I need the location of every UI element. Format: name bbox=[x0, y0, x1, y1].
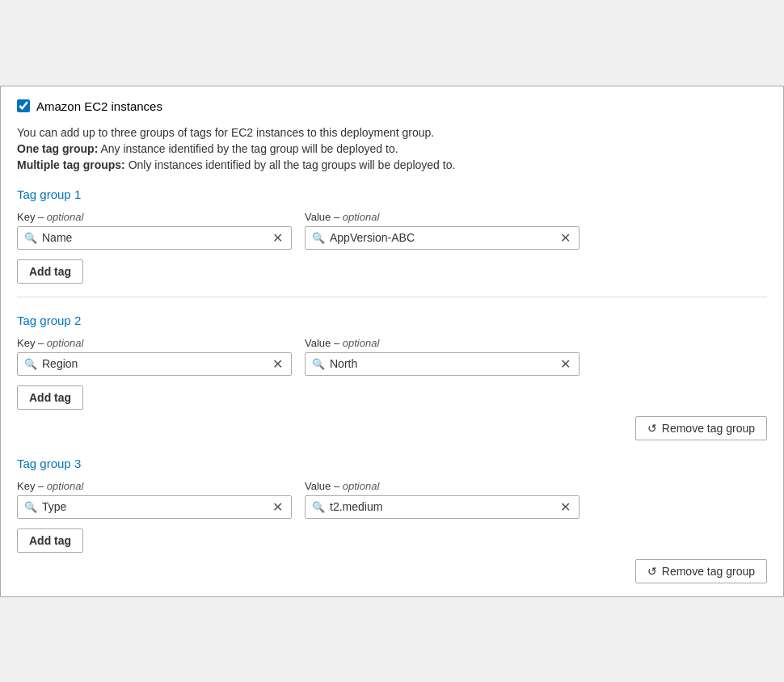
tag-group-2-title: Tag group 2 bbox=[17, 314, 767, 327]
tag-group-2-undo-icon: ↺ bbox=[647, 422, 657, 435]
tag-group-1-key-field: Key – optional 🔍 ✕ bbox=[17, 211, 292, 250]
tag-group-2-key-field: Key – optional 🔍 ✕ bbox=[17, 337, 292, 376]
description-line2-label: One tag group: bbox=[17, 142, 98, 155]
tag-group-2-remove-row: ↺ Remove tag group bbox=[17, 416, 767, 440]
tag-group-3-key-input-wrapper: 🔍 ✕ bbox=[17, 495, 292, 519]
tag-group-2-key-clear-button[interactable]: ✕ bbox=[271, 356, 285, 372]
tag-group-1-title: Tag group 1 bbox=[17, 187, 767, 201]
tag-group-1-value-label: Value – optional bbox=[305, 211, 580, 223]
description-line1: You can add up to three groups of tags f… bbox=[17, 126, 767, 139]
tag-group-3-value-search-icon: 🔍 bbox=[312, 501, 325, 513]
tag-group-1: Tag group 1 Key – optional 🔍 ✕ Value – o… bbox=[17, 187, 767, 284]
tag-group-3-value-input-wrapper: 🔍 ✕ bbox=[305, 495, 580, 519]
description-line2-text: Any instance identified by the tag group… bbox=[98, 142, 398, 155]
tag-group-3-key-field: Key – optional 🔍 ✕ bbox=[17, 480, 292, 519]
tag-group-2-remove-button[interactable]: ↺ Remove tag group bbox=[635, 416, 767, 440]
tag-group-2-fields: Key – optional 🔍 ✕ Value – optional 🔍 ✕ bbox=[17, 337, 767, 376]
tag-group-1-value-field: Value – optional 🔍 ✕ bbox=[305, 211, 580, 250]
description-line3: Multiple tag groups: Only instances iden… bbox=[17, 158, 767, 171]
tag-group-2-value-label: Value – optional bbox=[305, 337, 580, 349]
tag-group-3-fields: Key – optional 🔍 ✕ Value – optional 🔍 ✕ bbox=[17, 480, 767, 519]
tag-group-3-key-input[interactable] bbox=[42, 500, 271, 513]
tag-group-2: Tag group 2 Key – optional 🔍 ✕ Value – o… bbox=[17, 314, 767, 440]
tag-group-1-key-input-wrapper: 🔍 ✕ bbox=[17, 226, 292, 250]
ec2-checkbox[interactable] bbox=[17, 99, 30, 112]
tag-group-2-key-search-icon: 🔍 bbox=[24, 358, 37, 370]
tag-group-1-key-search-icon: 🔍 bbox=[24, 232, 37, 244]
tag-group-3-add-tag-button[interactable]: Add tag bbox=[17, 528, 83, 553]
tag-group-3-remove-button[interactable]: ↺ Remove tag group bbox=[635, 559, 767, 583]
header-row: Amazon EC2 instances bbox=[17, 99, 767, 113]
tag-group-2-key-label: Key – optional bbox=[17, 337, 292, 349]
tag-group-3-title: Tag group 3 bbox=[17, 457, 767, 470]
tag-group-2-add-tag-button[interactable]: Add tag bbox=[17, 385, 83, 410]
tag-group-3-key-label: Key – optional bbox=[17, 480, 292, 492]
tag-group-3-key-search-icon: 🔍 bbox=[24, 501, 37, 513]
tag-group-1-value-clear-button[interactable]: ✕ bbox=[558, 230, 572, 246]
tag-group-2-value-input[interactable] bbox=[330, 357, 558, 370]
tag-group-2-remove-label: Remove tag group bbox=[662, 422, 755, 435]
tag-group-3-value-clear-button[interactable]: ✕ bbox=[558, 499, 572, 515]
tag-group-3-remove-row: ↺ Remove tag group bbox=[17, 559, 767, 583]
tag-group-3-remove-label: Remove tag group bbox=[662, 565, 755, 578]
tag-group-2-value-field: Value – optional 🔍 ✕ bbox=[305, 337, 580, 376]
divider-1 bbox=[17, 297, 767, 297]
tag-group-2-value-search-icon: 🔍 bbox=[312, 358, 325, 370]
tag-group-1-add-tag-button[interactable]: Add tag bbox=[17, 259, 83, 284]
tag-group-2-value-input-wrapper: 🔍 ✕ bbox=[305, 352, 580, 376]
description-line2: One tag group: Any instance identified b… bbox=[17, 142, 767, 155]
tag-group-3-key-clear-button[interactable]: ✕ bbox=[271, 499, 285, 515]
tag-group-1-key-input[interactable] bbox=[42, 231, 271, 244]
tag-group-1-fields: Key – optional 🔍 ✕ Value – optional 🔍 ✕ bbox=[17, 211, 767, 250]
tag-group-3: Tag group 3 Key – optional 🔍 ✕ Value – o… bbox=[17, 457, 767, 583]
tag-group-3-value-label: Value – optional bbox=[305, 480, 580, 492]
tag-group-1-key-clear-button[interactable]: ✕ bbox=[271, 230, 285, 246]
main-container: Amazon EC2 instances You can add up to t… bbox=[0, 86, 784, 597]
tag-group-2-key-input-wrapper: 🔍 ✕ bbox=[17, 352, 292, 376]
tag-group-2-key-input[interactable] bbox=[42, 357, 271, 370]
description-line3-label: Multiple tag groups: bbox=[17, 158, 125, 171]
tag-group-1-value-input-wrapper: 🔍 ✕ bbox=[305, 226, 580, 250]
tag-group-3-undo-icon: ↺ bbox=[647, 565, 657, 578]
tag-group-1-value-input[interactable] bbox=[330, 231, 558, 244]
tag-group-3-value-input[interactable] bbox=[330, 500, 558, 513]
tag-group-3-value-field: Value – optional 🔍 ✕ bbox=[305, 480, 580, 519]
header-title: Amazon EC2 instances bbox=[36, 99, 162, 113]
description-section: You can add up to three groups of tags f… bbox=[17, 126, 767, 171]
tag-group-1-key-label: Key – optional bbox=[17, 211, 292, 223]
description-line3-text: Only instances identified by all the tag… bbox=[125, 158, 456, 171]
tag-group-1-value-search-icon: 🔍 bbox=[312, 232, 325, 244]
tag-group-2-value-clear-button[interactable]: ✕ bbox=[558, 356, 572, 372]
